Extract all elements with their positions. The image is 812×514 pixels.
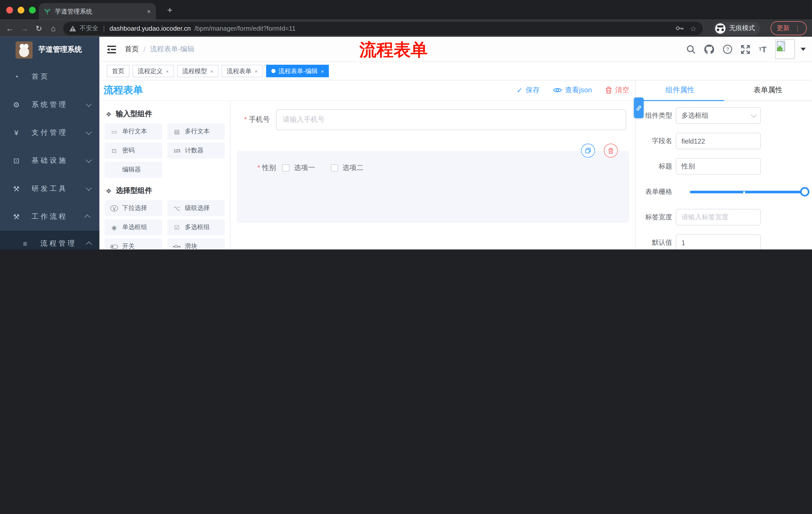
address-bar[interactable]: 不安全 | dashboard.yudao.iocoder.cn/bpm/man… bbox=[63, 22, 703, 35]
sidebar-item[interactable]: ⚒ 工作流程 bbox=[0, 203, 99, 231]
label-width-label: 标签宽度 bbox=[636, 213, 672, 222]
workflow-icon: ⚒ bbox=[12, 213, 21, 221]
form-grid-slider[interactable] bbox=[690, 184, 806, 200]
window-controls bbox=[6, 7, 36, 13]
close-window-button[interactable] bbox=[6, 7, 13, 13]
tab-form-props[interactable]: 表单属性 bbox=[724, 80, 812, 100]
chevron-icon bbox=[84, 215, 90, 220]
tag-close-icon[interactable]: × bbox=[166, 68, 169, 74]
tag-close-icon[interactable]: × bbox=[210, 68, 213, 74]
kebab-menu-icon[interactable]: ⋮ bbox=[794, 25, 801, 32]
page-tag[interactable]: 首页 × bbox=[107, 65, 129, 77]
breadcrumb-home[interactable]: 首页 bbox=[125, 45, 139, 54]
component-item-label: 开关 bbox=[122, 242, 135, 249]
component-type-select[interactable]: 多选框组 bbox=[676, 107, 761, 124]
component-item[interactable]: 开关 bbox=[105, 238, 162, 249]
help-icon[interactable]: ? bbox=[723, 45, 732, 54]
update-button[interactable]: 更新 ⋮ bbox=[771, 21, 807, 35]
sidebar-subitem[interactable]: ≡ 流程管理 bbox=[0, 231, 99, 249]
delete-component-button[interactable] bbox=[604, 143, 618, 158]
active-dot bbox=[271, 69, 275, 73]
browser-tab[interactable]: 芋道管理系统 × bbox=[39, 3, 156, 20]
component-item[interactable]: ☑ 多选框组 bbox=[167, 219, 225, 235]
eye-icon bbox=[553, 87, 562, 93]
phone-input[interactable]: 请输入手机号 bbox=[276, 109, 626, 130]
new-tab-button[interactable]: + bbox=[164, 4, 176, 16]
component-item[interactable]: 123 计数器 bbox=[167, 142, 225, 159]
trash-icon bbox=[608, 147, 614, 154]
bookmark-star-icon[interactable]: ☆ bbox=[690, 24, 696, 32]
component-item[interactable]: ▭ 单行文本 bbox=[105, 124, 162, 140]
page-tag[interactable]: 流程定义 × bbox=[133, 65, 174, 77]
component-item-label: 级联选择 bbox=[185, 204, 210, 213]
sidebar-item[interactable]: ⊡ 基础设施 bbox=[0, 146, 99, 174]
component-item[interactable]: ∨ 下拉选择 bbox=[105, 200, 162, 216]
component-item-label: 下拉选择 bbox=[122, 204, 147, 213]
component-item[interactable]: 滑块 bbox=[167, 238, 225, 249]
form-designer-title: 流程表单 bbox=[104, 83, 143, 97]
save-button[interactable]: ✓ 保存 bbox=[517, 85, 540, 95]
view-json-button[interactable]: 查看json bbox=[553, 85, 592, 95]
component-item[interactable]: 编辑器 bbox=[105, 162, 162, 178]
avatar[interactable] bbox=[775, 39, 795, 59]
link-tag-button[interactable] bbox=[634, 98, 644, 118]
page-tag[interactable]: 流程模型 × bbox=[177, 65, 219, 77]
component-item[interactable]: ◉ 单选框组 bbox=[105, 219, 162, 235]
github-icon[interactable] bbox=[704, 45, 714, 54]
sidebar-item[interactable]: ⚒ 研发工具 bbox=[0, 175, 99, 203]
fullscreen-icon[interactable] bbox=[741, 45, 750, 54]
zoom-window-button[interactable] bbox=[29, 7, 36, 13]
forward-icon[interactable]: → bbox=[20, 24, 29, 33]
component-item[interactable]: ⊡ 密码 bbox=[105, 142, 162, 159]
form-action-bar: 流程表单 ✓ 保存 查看json bbox=[99, 80, 635, 101]
page-tag-label: 流程表单 bbox=[227, 66, 252, 76]
field-name-input[interactable]: field122 bbox=[676, 133, 761, 150]
component-item[interactable]: ⌥ 级联选择 bbox=[167, 200, 225, 216]
gender-field-row[interactable]: 性别 选项一 选项二 bbox=[237, 151, 629, 173]
reload-icon[interactable]: ↻ bbox=[34, 24, 44, 33]
browser-tabstrip: 芋道管理系统 × + bbox=[0, 0, 812, 20]
page-tag[interactable]: 流程表单 × bbox=[222, 65, 263, 77]
minimize-window-button[interactable] bbox=[18, 7, 24, 13]
breadcrumb: 首页 / 流程表单-编辑 bbox=[125, 45, 195, 54]
component-item[interactable]: ▤ 多行文本 bbox=[167, 124, 225, 140]
slider-handle[interactable] bbox=[800, 187, 810, 196]
tab-component-props[interactable]: 组件属性 bbox=[636, 80, 724, 100]
tab-close-icon[interactable]: × bbox=[147, 8, 150, 15]
tag-close-icon[interactable]: × bbox=[321, 68, 324, 74]
selected-component-block[interactable]: 性别 选项一 选项二 bbox=[237, 151, 629, 223]
collapse-sidebar-icon[interactable] bbox=[107, 45, 116, 53]
sidebar-menu: ◔ 首页 ⚙ 系统管理 ¥ 支付管理 ⊡ bbox=[0, 63, 99, 249]
key-icon[interactable] bbox=[676, 26, 684, 31]
gender-option-checkbox[interactable]: 选项二 bbox=[330, 163, 364, 172]
url-separator: | bbox=[103, 24, 105, 32]
copy-component-button[interactable] bbox=[581, 143, 595, 158]
back-icon[interactable]: ← bbox=[5, 24, 14, 33]
app-title: 芋道管理系统 bbox=[38, 45, 82, 54]
gender-label: 性别 bbox=[238, 163, 282, 172]
not-secure-label[interactable]: 不安全 bbox=[80, 24, 98, 33]
form-canvas[interactable]: 手机号 请输入手机号 bbox=[230, 101, 635, 249]
checkbox-icon bbox=[282, 164, 289, 171]
puzzle-icon: ❖ bbox=[106, 110, 112, 118]
logo-row: 芋道管理系统 bbox=[0, 37, 99, 63]
title-input[interactable]: 性别 bbox=[676, 158, 761, 175]
checkbox-icon: ☑ bbox=[173, 223, 181, 231]
clear-button[interactable]: 清空 bbox=[606, 85, 629, 95]
home-icon[interactable]: ⌂ bbox=[49, 24, 58, 33]
font-size-icon[interactable]: TT bbox=[759, 45, 766, 54]
gender-option-checkbox[interactable]: 选项一 bbox=[282, 163, 315, 172]
page-tag[interactable]: 流程表单-编辑 × bbox=[266, 65, 329, 77]
properties-panel: 组件属性 表单属性 组件类型 多选框组 bbox=[636, 80, 812, 249]
tag-close-icon[interactable]: × bbox=[255, 68, 258, 74]
sidebar-item-label: 基础设施 bbox=[32, 156, 75, 165]
default-value-input[interactable]: 1 bbox=[676, 234, 761, 249]
search-icon[interactable] bbox=[687, 45, 696, 54]
component-item-label: 多选框组 bbox=[185, 223, 210, 232]
sidebar-item[interactable]: ◔ 首页 bbox=[0, 63, 99, 90]
sidebar-item[interactable]: ¥ 支付管理 bbox=[0, 119, 99, 146]
avatar-caret-icon[interactable] bbox=[801, 48, 806, 51]
label-width-input[interactable]: 请输入标签宽度 bbox=[676, 209, 761, 225]
phone-field-row[interactable]: 手机号 请输入手机号 bbox=[237, 109, 626, 130]
sidebar-item[interactable]: ⚙ 系统管理 bbox=[0, 91, 99, 119]
